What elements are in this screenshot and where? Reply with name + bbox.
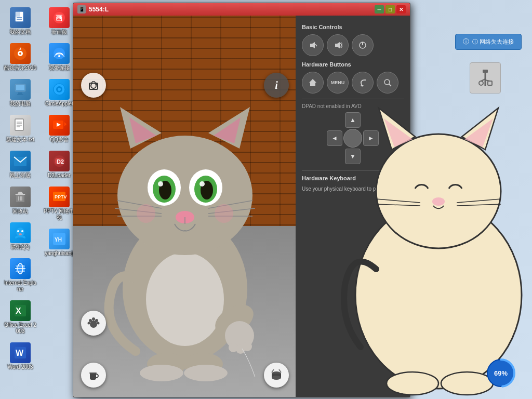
icon-office-word[interactable]: W Word 2003 [3, 340, 38, 373]
minimize-button[interactable]: ─ [375, 5, 384, 14]
icon-label-pptv: PPTV 网络电视 [43, 208, 76, 221]
svg-point-24 [21, 230, 23, 232]
svg-point-79 [243, 342, 252, 351]
cup-button[interactable] [81, 363, 106, 388]
svg-rect-12 [15, 119, 23, 130]
icon-img-recycle [10, 187, 31, 207]
svg-point-105 [384, 79, 390, 85]
svg-point-53 [117, 136, 252, 255]
icon-new-text[interactable]: 新建文本.txt [3, 113, 38, 145]
svg-line-100 [315, 44, 317, 46]
icon-qq-video[interactable]: QQ影音 [42, 113, 77, 145]
icon-img-notepad [10, 115, 31, 136]
emulator-title: 5554:L [89, 6, 375, 13]
icon-img-ie [10, 258, 31, 279]
svg-text:画: 画 [56, 14, 63, 22]
svg-marker-104 [309, 79, 316, 86]
svg-text:D2: D2 [57, 158, 64, 165]
svg-rect-9 [18, 92, 22, 94]
svg-point-109 [479, 81, 483, 85]
icon-img-yh2: YH [49, 229, 70, 249]
home-button[interactable] [302, 72, 324, 94]
svg-line-106 [389, 84, 391, 86]
icon-label-yh2: yanghuisanji [45, 250, 74, 257]
svg-point-25 [19, 233, 22, 235]
background-cat-cartoon [335, 87, 532, 399]
icon-label-cool-music: 酷我音乐2010 [4, 65, 36, 71]
icon-broadband[interactable]: 宽带连接 [42, 41, 77, 73]
icon-img-music [10, 43, 31, 64]
svg-text:PPTV: PPTV [55, 194, 66, 200]
icon-img-qq [10, 222, 31, 243]
svg-point-88 [89, 319, 92, 322]
info-button[interactable]: i [264, 73, 289, 98]
icon-img-circle1 [49, 79, 70, 100]
svg-text:YH: YH [55, 237, 62, 243]
svg-rect-10 [17, 94, 23, 95]
icon-d2loader[interactable]: D2 D2Loader [42, 149, 77, 181]
desktop: 我的文档 酷我音乐2010 我的电脑 新建文本.txt 网上邻居 [0, 0, 532, 399]
camera-button[interactable] [81, 73, 106, 98]
maximize-button[interactable]: □ [385, 5, 395, 14]
svg-point-92 [97, 322, 100, 325]
icon-img-d2loader: D2 [49, 151, 70, 171]
network-icon: ⓘ [463, 37, 469, 46]
svg-point-91 [88, 322, 90, 325]
desktop-icon-area: 我的文档 酷我音乐2010 我的电脑 新建文本.txt 网上邻居 [0, 0, 81, 399]
svg-point-124 [387, 372, 438, 395]
icon-net-home[interactable]: 网上邻居 [3, 149, 38, 181]
icon-tencent-qq[interactable]: 腾讯QQ [3, 220, 38, 252]
svg-rect-110 [488, 81, 492, 85]
usb-icon [476, 69, 495, 87]
svg-point-114 [376, 134, 501, 248]
vol-up-button[interactable] [327, 34, 349, 56]
icon-img-broadband [49, 43, 70, 64]
emulator-titlebar: 📱 5554:L ─ □ ✕ [73, 3, 410, 16]
svg-point-119 [432, 197, 445, 206]
svg-point-83 [184, 365, 228, 381]
icon-huawei-ui[interactable]: 画 新画颜 [42, 5, 77, 37]
icon-ie[interactable]: Internet Explorer [3, 256, 38, 295]
icon-circle1[interactable]: CircleApplet [42, 77, 77, 109]
icon-cool-music[interactable]: 酷我音乐2010 [3, 41, 38, 73]
icon-img-docs [10, 7, 31, 28]
hardware-buttons-label: Hardware Buttons [302, 61, 404, 68]
icon-img-pc [10, 79, 31, 100]
svg-point-73 [137, 204, 155, 223]
paw-button[interactable] [81, 311, 106, 336]
icon-label-broadband: 宽带连接 [49, 65, 70, 71]
tom-cat-character [94, 81, 276, 382]
progress-text: 69% [494, 369, 508, 377]
network-disconnect-button[interactable]: ⓘ ⓘ 网络失去连接 [455, 34, 522, 50]
progress-indicator: 69% [485, 357, 516, 389]
close-button[interactable]: ✕ [396, 5, 406, 14]
icon-label-office-word: Word 2003 [8, 364, 33, 370]
svg-rect-93 [89, 373, 97, 374]
icon-office-excel[interactable]: X Office Excel 2003 [3, 298, 38, 337]
icon-label-d2loader: D2Loader [48, 172, 71, 179]
svg-rect-107 [483, 70, 488, 73]
icon-pptv[interactable]: PPTV PPTV 网络电视 [42, 184, 77, 223]
vol-down-button[interactable] [302, 34, 324, 56]
icon-img-word: W [10, 342, 31, 363]
drum-button[interactable] [264, 363, 289, 388]
svg-rect-11 [16, 85, 24, 90]
icon-yh2[interactable]: YH yanghuisanji [42, 227, 77, 259]
icon-img-excel: X [10, 300, 31, 321]
svg-text:X: X [16, 307, 21, 315]
icon-img-qq-video [49, 115, 70, 136]
emulator-icon: 📱 [77, 5, 86, 14]
icon-my-docs[interactable]: 我的文档 [3, 5, 38, 37]
phone-screen[interactable]: i [73, 16, 297, 397]
icon-recycle[interactable]: 回收站 [3, 184, 38, 217]
icon-label-circle1: CircleApplet [45, 101, 73, 107]
svg-point-23 [17, 230, 19, 232]
svg-marker-43 [64, 122, 66, 126]
power-button[interactable] [352, 34, 374, 56]
svg-point-74 [215, 204, 233, 223]
svg-point-71 [200, 181, 205, 187]
icon-label-huawei-ui: 新画颜 [51, 29, 67, 35]
icon-my-pc[interactable]: 我的电脑 [3, 77, 38, 109]
tom-display: i [73, 16, 297, 397]
icon-label-office-excel: Office Excel 2003 [4, 322, 37, 335]
